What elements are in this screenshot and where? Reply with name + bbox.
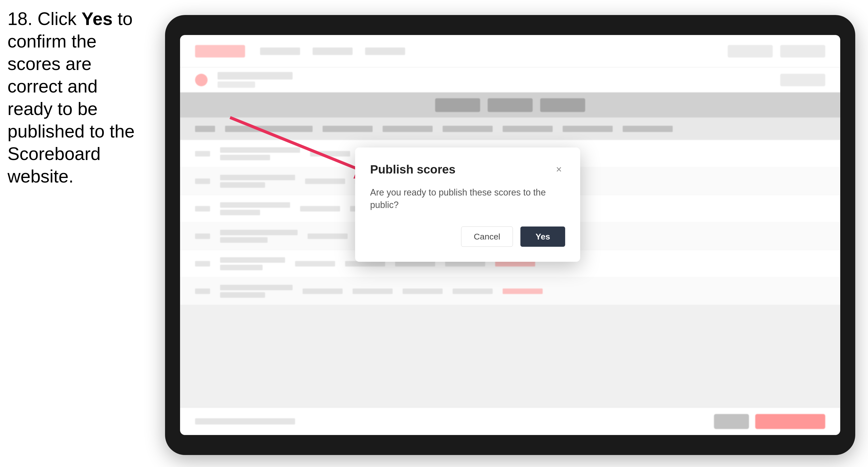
td-2b <box>305 179 345 184</box>
cancel-button[interactable]: Cancel <box>461 226 513 247</box>
td-3f <box>352 288 393 294</box>
td-name-col-3 <box>220 202 290 215</box>
td-4f <box>403 288 443 294</box>
nav-btn-1 <box>728 45 773 58</box>
tablet-screen: Publish scores × Are you ready to publis… <box>180 35 840 435</box>
td-name-main <box>220 147 300 153</box>
td-rank-4 <box>195 234 210 239</box>
publish-scores-modal: Publish scores × Are you ready to publis… <box>355 148 580 262</box>
th-col6 <box>563 126 613 132</box>
modal-body-text: Are you ready to publish these scores to… <box>370 186 565 212</box>
bold-yes: Yes <box>82 9 113 29</box>
instruction-text: 18. Click Yes to confirm the scores are … <box>7 7 148 187</box>
td-5f <box>453 288 493 294</box>
secondary-name <box>218 72 292 88</box>
td-name-col-2 <box>220 175 295 188</box>
secondary-text-main <box>218 72 292 80</box>
td-name-col-4 <box>220 230 298 243</box>
td-name-col <box>220 147 300 160</box>
secondary-text-sub <box>218 82 255 88</box>
secondary-icon <box>195 74 208 86</box>
table-row <box>180 278 840 305</box>
th-name <box>225 126 313 132</box>
td-name-main-6 <box>220 285 292 290</box>
footer-buttons <box>714 414 825 429</box>
nav-bar <box>180 35 840 67</box>
nav-link-1 <box>260 48 300 55</box>
th-col5 <box>503 126 553 132</box>
footer-text <box>195 418 295 425</box>
td-name-main-2 <box>220 175 295 180</box>
td-rank-6 <box>195 288 210 294</box>
nav-right <box>728 45 825 58</box>
action-btn-2 <box>488 98 533 112</box>
td-5e <box>445 261 485 267</box>
td-name-sub-5 <box>220 265 262 270</box>
action-btn-1 <box>435 98 480 112</box>
td-rank <box>195 151 210 156</box>
nav-logo <box>195 45 245 58</box>
td-name-col-5 <box>220 257 285 270</box>
td-name-sub-6 <box>220 292 265 298</box>
modal-header: Publish scores × <box>370 162 565 176</box>
td-2c <box>300 206 340 212</box>
td-name-sub <box>220 155 270 160</box>
modal-footer: Cancel Yes <box>370 226 565 247</box>
footer-bar <box>180 407 840 435</box>
td-name-main-3 <box>220 202 290 208</box>
td-score-6 <box>503 288 542 294</box>
th-rank <box>195 126 215 132</box>
td-3e <box>345 261 385 267</box>
td-rank-2 <box>195 179 210 184</box>
secondary-btn-1 <box>780 74 825 86</box>
td-4e <box>395 261 435 267</box>
publish-bar <box>180 93 840 118</box>
th-score <box>623 126 673 132</box>
td-rank-3 <box>195 206 210 212</box>
nav-links <box>260 48 405 55</box>
td-name-sub-4 <box>220 237 268 243</box>
td-2d <box>308 234 348 239</box>
td-name-sub-2 <box>220 182 265 188</box>
nav-btn-2 <box>780 45 825 58</box>
nav-link-2 <box>313 48 352 55</box>
td-score-5 <box>495 261 535 267</box>
secondary-right <box>780 74 825 86</box>
modal-close-button[interactable]: × <box>553 163 565 176</box>
nav-link-3 <box>365 48 405 55</box>
table-header <box>180 118 840 140</box>
th-col3 <box>382 126 433 132</box>
td-name-main-4 <box>220 230 298 235</box>
td-2 <box>310 151 350 156</box>
secondary-bar <box>180 67 840 93</box>
td-name-col-6 <box>220 285 292 298</box>
action-btn-3 <box>540 98 585 112</box>
td-name-sub-3 <box>220 210 260 215</box>
td-rank-5 <box>195 261 210 267</box>
footer-btn-red <box>755 414 825 429</box>
yes-button[interactable]: Yes <box>520 226 565 247</box>
th-col2 <box>322 126 373 132</box>
modal-title: Publish scores <box>370 162 455 176</box>
step-number: 18. <box>7 9 32 29</box>
td-2f <box>303 288 343 294</box>
tablet-device: Publish scores × Are you ready to publis… <box>165 15 855 455</box>
td-name-main-5 <box>220 257 285 263</box>
th-col4 <box>443 126 493 132</box>
td-2e <box>295 261 335 267</box>
footer-btn-gray <box>714 414 749 429</box>
